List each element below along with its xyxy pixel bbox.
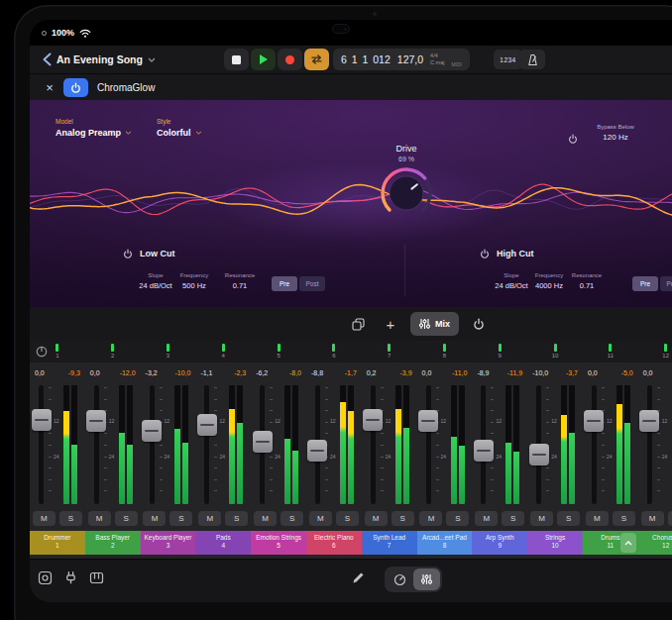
metronome-button[interactable] (519, 50, 545, 69)
solo-button[interactable]: S (59, 511, 82, 526)
track-name-tag[interactable]: Keyboard Player3 (141, 531, 196, 555)
back-button[interactable] (39, 51, 55, 68)
mute-button[interactable]: M (419, 511, 442, 526)
low-cut-frequency[interactable]: Frequency 500 Hz (172, 272, 216, 290)
post-button[interactable]: Post (299, 276, 325, 291)
pre-button[interactable]: Pre (272, 276, 297, 291)
fader-handle[interactable] (253, 431, 273, 453)
mixer-power-button[interactable] (466, 312, 492, 336)
pan-control[interactable]: 5 (251, 341, 306, 362)
drive-control[interactable]: Drive 69 % (379, 144, 434, 225)
pre-button[interactable]: Pre (632, 276, 658, 291)
mute-button[interactable]: M (365, 511, 388, 526)
track-name-tag[interactable]: Emotion Strings5 (251, 531, 306, 555)
low-cut-power-button[interactable] (123, 249, 133, 258)
solo-button[interactable]: S (613, 511, 635, 526)
drive-knob[interactable] (379, 165, 434, 221)
fader-handle[interactable] (529, 444, 549, 465)
style-selector[interactable]: Style Colorful (157, 118, 202, 138)
high-cut-resonance[interactable]: Resonance 0.71 (565, 272, 609, 290)
solo-button[interactable]: S (392, 511, 414, 526)
fader-track[interactable] (647, 385, 652, 504)
level-control[interactable]: Level 0.0 (660, 124, 672, 142)
fader-handle[interactable] (584, 410, 604, 432)
mute-button[interactable]: M (143, 511, 166, 526)
track-name-tag[interactable]: Electric Piano6 (306, 531, 362, 555)
browser-button[interactable] (36, 568, 54, 586)
mute-button[interactable]: M (586, 511, 609, 526)
track-name-tag[interactable]: Synth Lead7 (362, 531, 417, 555)
bypass-power-button[interactable] (568, 130, 578, 148)
edit-button[interactable] (349, 568, 367, 586)
pan-control[interactable]: 6 (306, 341, 362, 362)
fader-handle[interactable] (474, 440, 494, 462)
pan-control[interactable]: 10 (527, 341, 583, 362)
mute-button[interactable]: M (309, 511, 332, 526)
mute-button[interactable]: M (641, 511, 664, 526)
solo-button[interactable]: S (336, 511, 359, 526)
pan-control[interactable]: 8 (417, 341, 473, 362)
mute-button[interactable]: M (88, 511, 111, 526)
solo-button[interactable]: S (169, 511, 192, 526)
fader-track[interactable] (39, 385, 44, 504)
mix-toggle-button[interactable]: Mix (410, 312, 459, 336)
fader-track[interactable] (426, 385, 431, 504)
fader-handle[interactable] (197, 414, 217, 436)
controls-view-button[interactable] (387, 568, 413, 590)
track-name-tag[interactable]: Chorus V12 (638, 531, 672, 555)
fader-track[interactable] (204, 385, 209, 504)
track-name-tag[interactable]: Drums11 (583, 531, 638, 555)
play-button[interactable] (251, 49, 276, 70)
track-name-tag[interactable]: Arcad...eet Pad8 (417, 531, 473, 555)
mute-button[interactable]: M (33, 511, 56, 526)
post-button[interactable]: Post (660, 276, 672, 291)
fader-track[interactable] (592, 385, 597, 504)
fader-handle[interactable] (418, 410, 438, 432)
track-name-tag[interactable]: Arp Synth9 (472, 531, 527, 555)
pan-control[interactable]: 11 (583, 341, 638, 362)
lcd-display[interactable]: 6 1 1 012 127,0 4/4 C maj MIDI (333, 49, 470, 70)
copy-button[interactable] (345, 312, 371, 336)
fader-handle[interactable] (86, 410, 106, 432)
fader-handle[interactable] (142, 420, 162, 442)
low-cut-resonance[interactable]: Resonance 0.71 (218, 272, 262, 290)
fader-handle[interactable] (307, 440, 327, 462)
solo-button[interactable]: S (225, 511, 248, 526)
pan-control[interactable]: 3 (141, 341, 196, 362)
pan-control[interactable]: 12 (638, 341, 672, 362)
mute-button[interactable]: M (475, 511, 498, 526)
mute-button[interactable]: M (254, 511, 277, 526)
keys-button[interactable] (87, 568, 105, 586)
fader-handle[interactable] (32, 409, 52, 431)
fader-handle[interactable] (639, 410, 659, 432)
solo-button[interactable]: S (280, 511, 303, 526)
count-in-button[interactable]: 1234 (494, 50, 522, 69)
add-track-button[interactable]: + (378, 312, 403, 336)
fader-track[interactable] (371, 385, 376, 504)
pan-control[interactable]: 9 (472, 341, 527, 362)
mixer-view-button[interactable] (413, 568, 440, 590)
solo-button[interactable]: S (557, 511, 580, 526)
pan-control[interactable]: 7 (362, 341, 417, 362)
track-name-tag[interactable]: Strings10 (527, 531, 583, 555)
fader-track[interactable] (150, 385, 155, 504)
plugins-button[interactable] (61, 568, 79, 586)
high-cut-power-button[interactable] (480, 249, 490, 258)
solo-button[interactable]: S (115, 511, 138, 526)
cycle-button[interactable] (304, 49, 329, 70)
mute-button[interactable]: M (530, 511, 553, 526)
record-button[interactable] (278, 49, 302, 70)
track-name-tag[interactable]: Drummer1 (30, 531, 85, 555)
fader-handle[interactable] (363, 409, 383, 431)
plugin-power-button[interactable] (63, 78, 88, 97)
mute-button[interactable]: M (198, 511, 221, 526)
bypass-below-control[interactable]: Bypass Below 120 Hz (581, 124, 650, 142)
solo-button[interactable]: S (668, 511, 672, 526)
model-selector[interactable]: Model Analog Preamp (56, 118, 132, 138)
pan-control[interactable]: 4 (195, 341, 251, 362)
song-title-menu[interactable]: An Evening Song (56, 46, 156, 73)
close-plugin-button[interactable]: × (40, 77, 59, 97)
solo-button[interactable]: S (446, 511, 469, 526)
stop-button[interactable] (224, 49, 249, 70)
track-name-tag[interactable]: Bass Player2 (85, 531, 141, 555)
